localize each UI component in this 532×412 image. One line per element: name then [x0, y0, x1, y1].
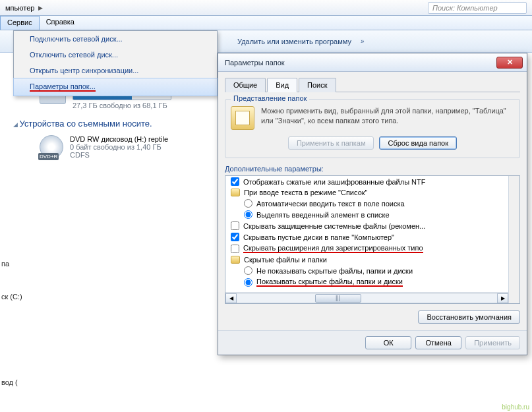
advanced-settings-tree[interactable]: Отображать сжатые или зашифрованные файл…: [225, 175, 520, 304]
chk-hide-extensions[interactable]: [231, 245, 239, 253]
radio-select-typed[interactable]: [244, 210, 252, 219]
tab-general[interactable]: Общие: [225, 78, 266, 92]
nav-pane-fragment: па ск (С:) вод (: [0, 257, 26, 389]
horizontal-scrollbar[interactable]: ◀ ||| ▶: [225, 292, 508, 303]
chevron-right-icon[interactable]: ▶: [38, 5, 43, 11]
menu-item-sync-center[interactable]: Открыть центр синхронизации...: [14, 63, 217, 78]
tab-search[interactable]: Поиск: [299, 78, 336, 92]
chevron-more-icon[interactable]: »: [361, 38, 365, 45]
watermark: bighub.ru: [502, 403, 529, 411]
menu-item-folder-options[interactable]: Параметры папок...: [13, 78, 218, 96]
folder-views-group: Представление папок Можно применить вид,…: [225, 99, 520, 158]
section-removable[interactable]: Устройства со съемными носите.: [13, 119, 218, 129]
chk-hide-protected[interactable]: [231, 221, 239, 230]
close-button[interactable]: ✕: [496, 57, 523, 69]
drive-free-text: 0 байт свободно из 1,40 ГБ: [70, 143, 168, 151]
ok-button[interactable]: ОК: [365, 336, 411, 349]
scroll-thumb[interactable]: |||: [315, 294, 361, 303]
service-dropdown: Подключить сетевой диск... Отключить сет…: [13, 30, 218, 96]
dialog-titlebar[interactable]: Параметры папок ✕: [218, 53, 527, 72]
folder-icon: [231, 106, 254, 130]
folder-options-dialog: Параметры папок ✕ Общие Вид Поиск Предст…: [218, 53, 527, 355]
advanced-label: Дополнительные параметры:: [225, 165, 520, 173]
breadcrumb[interactable]: мпьютер: [5, 4, 34, 12]
tab-view[interactable]: Вид: [267, 78, 297, 92]
menu-bar: Сервис Справка: [0, 16, 532, 30]
apply-to-folders-button[interactable]: Применить к папкам: [288, 136, 374, 150]
dialog-footer: ОК Отмена Применить: [218, 330, 527, 355]
group-legend: Представление папок: [231, 94, 309, 102]
chk-compressed[interactable]: [231, 177, 239, 186]
restore-defaults-button[interactable]: Восстановить умолчания: [418, 310, 520, 324]
folder-icon: [231, 256, 240, 264]
menu-item-connect-drive[interactable]: Подключить сетевой диск...: [14, 31, 217, 47]
radio-dont-show-hidden[interactable]: [244, 266, 252, 275]
scroll-left-icon[interactable]: ◀: [225, 293, 237, 303]
drive-fs: CDFS: [70, 151, 168, 159]
folder-icon: [231, 189, 240, 196]
dvd-icon: DVD+R: [40, 135, 63, 159]
menu-item-disconnect-drive[interactable]: Отключить сетевой диск...: [14, 47, 217, 63]
radio-show-hidden[interactable]: [244, 278, 252, 287]
menu-help[interactable]: Справка: [40, 16, 81, 30]
radio-auto-search[interactable]: [244, 199, 252, 208]
drive-item[interactable]: DVD+R DVD RW дисковод (H:) reptile 0 бай…: [40, 135, 218, 159]
scroll-right-icon[interactable]: ▶: [497, 293, 508, 303]
drive-title: DVD RW дисковод (H:) reptile: [70, 135, 168, 143]
tab-strip: Общие Вид Поиск: [225, 77, 520, 92]
group-description: Можно применить вид, выбранный для этой …: [261, 106, 514, 130]
cmd-uninstall[interactable]: Удалить или изменить программу: [237, 38, 351, 45]
menu-service[interactable]: Сервис: [0, 16, 40, 30]
search-input[interactable]: Поиск: Компьютер: [428, 2, 527, 14]
vertical-scrollbar[interactable]: [508, 176, 519, 303]
dialog-title: Параметры папок: [225, 59, 496, 67]
address-bar: мпьютер ▶ Поиск: Компьютер: [0, 0, 532, 16]
apply-button[interactable]: Применить: [465, 336, 520, 349]
drive-free-text: 27,3 ГБ свободно из 68,1 ГБ: [73, 102, 171, 109]
chk-hide-empty-drives[interactable]: [231, 233, 239, 241]
reset-folders-button[interactable]: Сброс вида папок: [379, 136, 457, 150]
cancel-button[interactable]: Отмена: [415, 336, 461, 349]
